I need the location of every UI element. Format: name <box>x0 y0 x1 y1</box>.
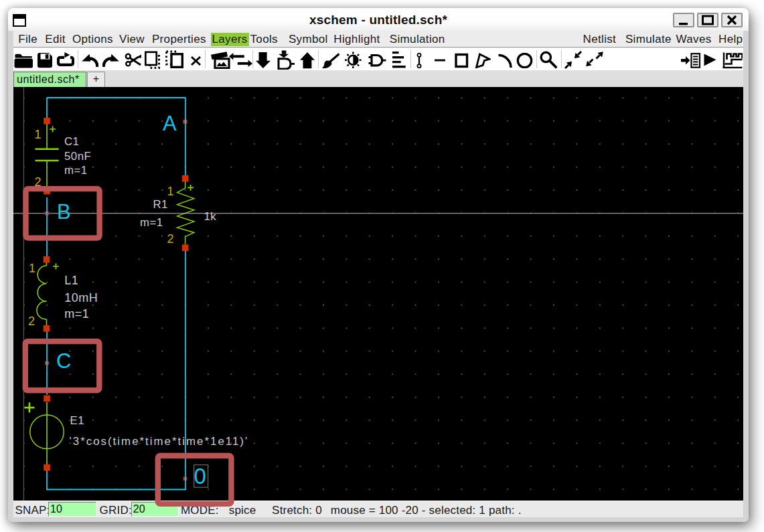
svg-text:A: A <box>163 112 177 135</box>
svg-text:1: 1 <box>167 185 174 198</box>
svg-text:1: 1 <box>35 128 42 141</box>
svg-text:1k: 1k <box>204 210 217 223</box>
svg-text:2: 2 <box>35 175 42 189</box>
svg-text:L1: L1 <box>64 274 78 287</box>
svg-text:C1: C1 <box>64 135 79 148</box>
svg-text:'3*cos(time*time*time*1e11)': '3*cos(time*time*time*1e11)' <box>70 435 249 448</box>
svg-text:10mH: 10mH <box>64 291 98 304</box>
svg-text:2: 2 <box>167 232 174 246</box>
svg-text:0: 0 <box>194 464 206 489</box>
svg-text:C: C <box>56 349 71 373</box>
svg-text:50nF: 50nF <box>64 150 91 163</box>
svg-text:B: B <box>57 200 71 224</box>
svg-text:m=1: m=1 <box>64 307 89 321</box>
svg-text:1: 1 <box>29 262 35 275</box>
svg-text:m=1: m=1 <box>140 216 163 229</box>
svg-text:m=1: m=1 <box>64 164 88 177</box>
svg-text:R1: R1 <box>153 198 168 211</box>
svg-text:2: 2 <box>28 315 35 328</box>
svg-text:E1: E1 <box>70 414 85 427</box>
